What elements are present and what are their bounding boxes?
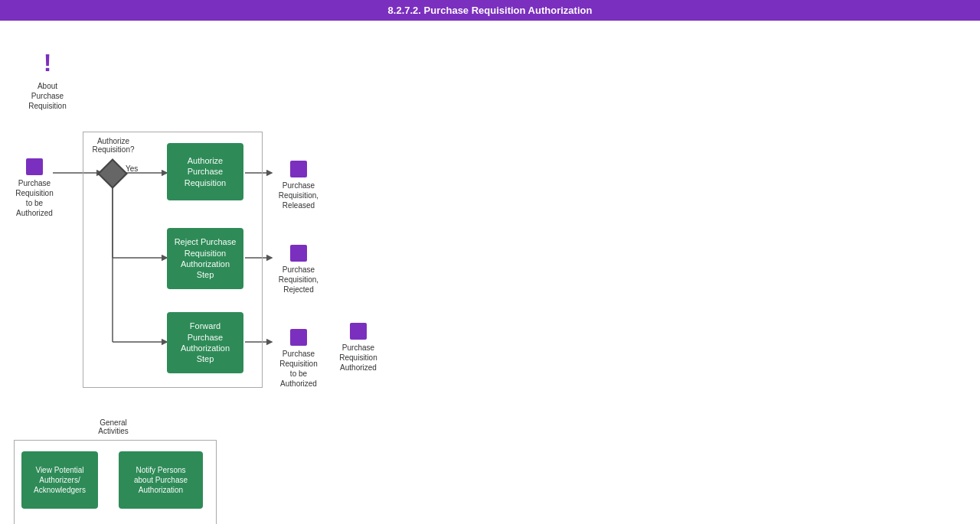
ie2-label: PurchaseRequisition,Rejected <box>279 265 318 295</box>
auth-label-2: PurchaseRequisitionAuthorized <box>339 343 377 373</box>
auth-node-2: PurchaseRequisitionAuthorized <box>328 323 389 373</box>
ie-rejected: PurchaseRequisition,Rejected <box>268 245 329 295</box>
auth-label-1: PurchaseRequisitionto beAuthorized <box>15 178 53 218</box>
ie-released: PurchaseRequisition,Released <box>268 161 329 210</box>
ie3-label: PurchaseRequisitionto beAuthorized <box>279 349 317 389</box>
page-header: 8.2.7.2. Purchase Requisition Authorizat… <box>0 0 980 21</box>
task-forward[interactable]: ForwardPurchaseAuthorizationStep <box>167 312 243 373</box>
ie2-icon <box>290 245 307 262</box>
ie-to-authorize: PurchaseRequisitionto beAuthorized <box>268 329 329 389</box>
header-title: 8.2.7.2. Purchase Requisition Authorizat… <box>388 5 593 16</box>
ie3-icon <box>290 329 307 346</box>
auth-icon-2 <box>350 323 367 340</box>
task-reject[interactable]: Reject PurchaseRequisitionAuthorizationS… <box>167 228 243 289</box>
about-node: ! AboutPurchaseRequisition <box>17 47 78 111</box>
auth-node-1: PurchaseRequisitionto beAuthorized <box>4 158 65 218</box>
auth-icon-1 <box>26 158 43 175</box>
about-label: AboutPurchaseRequisition <box>28 81 66 111</box>
ie1-icon <box>290 161 307 177</box>
about-icon: ! <box>37 47 58 78</box>
diagram-canvas: ! AboutPurchaseRequisition PurchaseRequi… <box>0 21 980 522</box>
ie1-label: PurchaseRequisition,Released <box>279 181 318 210</box>
task-view-authorizers[interactable]: View PotentialAuthorizers/Acknowledgers <box>21 451 98 509</box>
task-notify-persons[interactable]: Notify Personsabout PurchaseAuthorizatio… <box>119 451 203 509</box>
general-activities-label: GeneralActivities <box>83 418 144 435</box>
task-authorize[interactable]: AuthorizePurchaseRequisition <box>167 143 243 200</box>
